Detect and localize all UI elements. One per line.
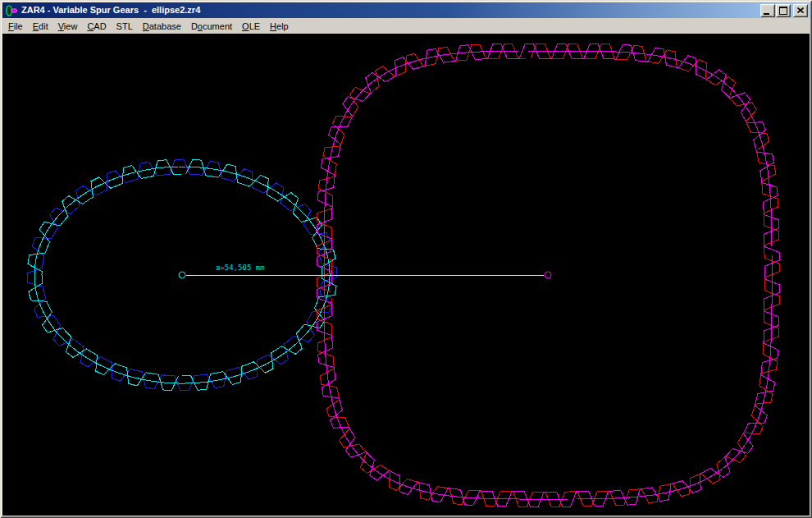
menu-item-help[interactable]: Help bbox=[265, 20, 294, 33]
window-title: ZAR4 - Variable Spur Gears - ellipse2.zr… bbox=[21, 2, 760, 18]
menu-item-ole[interactable]: OLE bbox=[237, 20, 265, 33]
app-window: ZAR4 - Variable Spur Gears - ellipse2.zr… bbox=[0, 0, 812, 518]
menu-bar: FileEditViewCADSTLDatabaseDocumentOLEHel… bbox=[2, 18, 810, 34]
menu-item-document[interactable]: Document bbox=[186, 20, 237, 33]
menu-item-file[interactable]: File bbox=[3, 20, 28, 33]
maximize-icon bbox=[779, 7, 787, 15]
title-bar[interactable]: ZAR4 - Variable Spur Gears - ellipse2.zr… bbox=[2, 2, 810, 18]
menu-item-edit[interactable]: Edit bbox=[28, 20, 53, 33]
minimize-button[interactable] bbox=[760, 4, 775, 17]
menu-item-cad[interactable]: CAD bbox=[82, 20, 111, 33]
menu-item-database[interactable]: Database bbox=[138, 20, 186, 33]
minimize-icon bbox=[764, 13, 769, 15]
elliptical-gear-center-marker bbox=[179, 272, 185, 278]
menu-item-stl[interactable]: STL bbox=[112, 20, 138, 33]
cad-canvas[interactable]: a=54,505 mm bbox=[2, 34, 810, 516]
menu-item-view[interactable]: View bbox=[53, 20, 83, 33]
close-icon bbox=[797, 7, 804, 13]
center-distance-label: a=54,505 mm bbox=[216, 264, 265, 272]
maximize-button[interactable] bbox=[776, 4, 791, 17]
close-button[interactable] bbox=[793, 4, 808, 17]
app-icon bbox=[5, 4, 18, 17]
drawing-area[interactable]: a=54,505 mm bbox=[2, 34, 810, 516]
rounded-square-gear-center-marker bbox=[545, 272, 551, 278]
